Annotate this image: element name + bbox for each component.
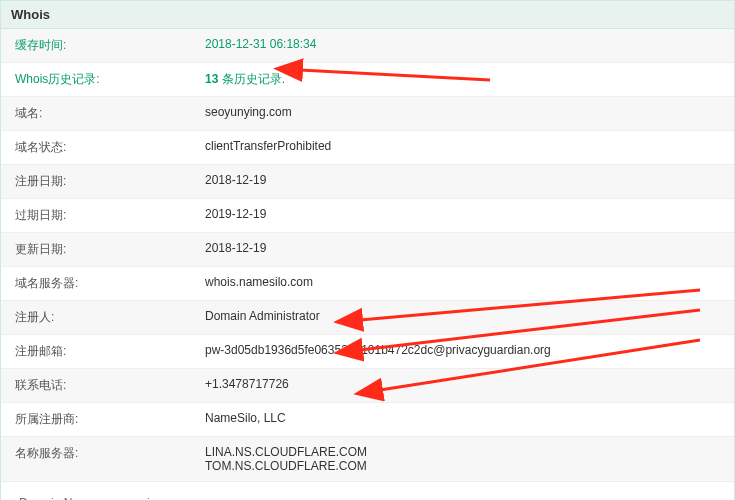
row-domain-status: 域名状态:clientTransferProhibited <box>1 131 734 165</box>
value-nameservers: LINA.NS.CLOUDFLARE.COM TOM.NS.CLOUDFLARE… <box>195 437 734 481</box>
label-registrar: 所属注册商: <box>1 403 195 436</box>
row-reg-email: 注册邮箱:pw-3d05db1936d5fe0635213101b472c2dc… <box>1 335 734 369</box>
value-exp-date: 2019-12-19 <box>195 199 734 232</box>
history-link-text[interactable]: 条历史记录. <box>218 72 285 86</box>
label-reg-email: 注册邮箱: <box>1 335 195 368</box>
label-domain-status: 域名状态: <box>1 131 195 164</box>
whois-panel: Whois 缓存时间:2018-12-31 06:18:34Whois历史记录:… <box>0 0 735 500</box>
label-registrant: 注册人: <box>1 301 195 334</box>
value-reg-email: pw-3d05db1936d5fe0635213101b472c2dc@priv… <box>195 335 734 368</box>
label-nameservers: 名称服务器: <box>1 437 195 481</box>
value-domain-status: clientTransferProhibited <box>195 131 734 164</box>
row-domain-name: 域名:seoyunying.com <box>1 97 734 131</box>
value-cache-time: 2018-12-31 06:18:34 <box>195 29 734 62</box>
row-reg-date: 注册日期:2018-12-19 <box>1 165 734 199</box>
whois-rows: 缓存时间:2018-12-31 06:18:34Whois历史记录:13 条历史… <box>1 29 734 482</box>
row-upd-date: 更新日期:2018-12-19 <box>1 233 734 267</box>
value-upd-date: 2018-12-19 <box>195 233 734 266</box>
row-cache-time: 缓存时间:2018-12-31 06:18:34 <box>1 29 734 63</box>
value-whois-server: whois.namesilo.com <box>195 267 734 300</box>
label-whois-history: Whois历史记录: <box>1 63 195 96</box>
label-upd-date: 更新日期: <box>1 233 195 266</box>
value-domain-name: seoyunying.com <box>195 97 734 130</box>
value-registrar: NameSilo, LLC <box>195 403 734 436</box>
label-exp-date: 过期日期: <box>1 199 195 232</box>
row-whois-server: 域名服务器:whois.namesilo.com <box>1 267 734 301</box>
history-count[interactable]: 13 <box>205 72 218 86</box>
panel-title: Whois <box>1 1 734 29</box>
row-nameservers: 名称服务器:LINA.NS.CLOUDFLARE.COM TOM.NS.CLOU… <box>1 437 734 482</box>
label-cache-time: 缓存时间: <box>1 29 195 62</box>
value-reg-date: 2018-12-19 <box>195 165 734 198</box>
row-registrant: 注册人:Domain Administrator <box>1 301 734 335</box>
value-phone: +1.3478717726 <box>195 369 734 402</box>
row-exp-date: 过期日期:2019-12-19 <box>1 199 734 233</box>
row-phone: 联系电话:+1.3478717726 <box>1 369 734 403</box>
row-registrar: 所属注册商:NameSilo, LLC <box>1 403 734 437</box>
row-whois-history: Whois历史记录:13 条历史记录. <box>1 63 734 97</box>
value-whois-history[interactable]: 13 条历史记录. <box>195 63 734 96</box>
label-reg-date: 注册日期: <box>1 165 195 198</box>
label-whois-server: 域名服务器: <box>1 267 195 300</box>
value-registrant: Domain Administrator <box>195 301 734 334</box>
label-domain-name: 域名: <box>1 97 195 130</box>
raw-whois-block: Domain Name: seoyunying.com Registrar WH… <box>1 482 734 500</box>
label-phone: 联系电话: <box>1 369 195 402</box>
